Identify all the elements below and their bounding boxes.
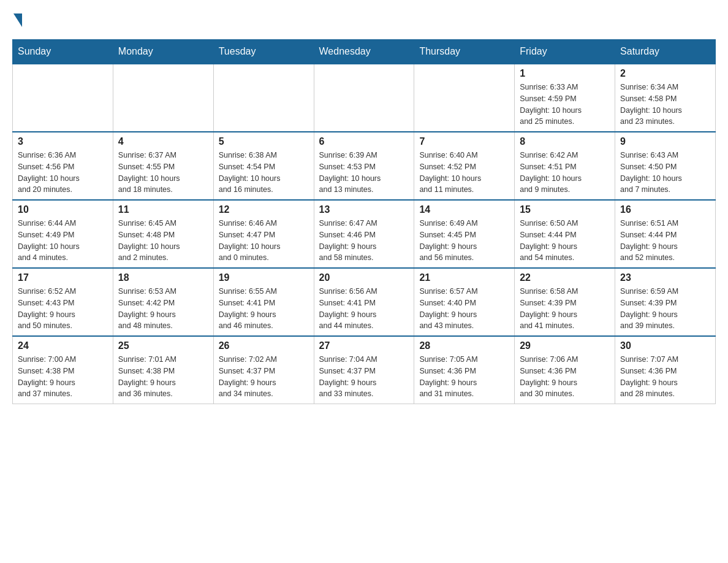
day-info: Sunrise: 6:39 AMSunset: 4:53 PMDaylight:… bbox=[319, 150, 409, 196]
day-header-monday: Monday bbox=[113, 40, 213, 64]
calendar-cell: 1Sunrise: 6:33 AMSunset: 4:59 PMDaylight… bbox=[515, 64, 615, 132]
week-row-3: 10Sunrise: 6:44 AMSunset: 4:49 PMDayligh… bbox=[13, 200, 716, 268]
day-number: 3 bbox=[18, 136, 108, 147]
calendar-cell bbox=[414, 64, 515, 132]
day-info: Sunrise: 6:52 AMSunset: 4:43 PMDaylight:… bbox=[18, 286, 108, 332]
day-info: Sunrise: 6:47 AMSunset: 4:46 PMDaylight:… bbox=[319, 218, 409, 264]
day-info: Sunrise: 7:07 AMSunset: 4:36 PMDaylight:… bbox=[620, 354, 710, 400]
day-number: 12 bbox=[219, 204, 309, 215]
calendar-cell: 19Sunrise: 6:55 AMSunset: 4:41 PMDayligh… bbox=[213, 268, 314, 336]
calendar-cell: 6Sunrise: 6:39 AMSunset: 4:53 PMDaylight… bbox=[314, 132, 414, 200]
day-info: Sunrise: 6:37 AMSunset: 4:55 PMDaylight:… bbox=[118, 150, 208, 196]
day-info: Sunrise: 7:06 AMSunset: 4:36 PMDaylight:… bbox=[520, 354, 610, 400]
calendar-cell: 3Sunrise: 6:36 AMSunset: 4:56 PMDaylight… bbox=[13, 132, 113, 200]
day-info: Sunrise: 6:38 AMSunset: 4:54 PMDaylight:… bbox=[219, 150, 309, 196]
day-number: 21 bbox=[419, 272, 509, 283]
day-info: Sunrise: 6:43 AMSunset: 4:50 PMDaylight:… bbox=[620, 150, 710, 196]
day-number: 10 bbox=[18, 204, 108, 215]
day-number: 11 bbox=[118, 204, 208, 215]
day-info: Sunrise: 6:45 AMSunset: 4:48 PMDaylight:… bbox=[118, 218, 208, 264]
day-info: Sunrise: 7:01 AMSunset: 4:38 PMDaylight:… bbox=[118, 354, 208, 400]
calendar-cell bbox=[213, 64, 314, 132]
day-number: 1 bbox=[520, 68, 610, 79]
calendar-cell: 24Sunrise: 7:00 AMSunset: 4:38 PMDayligh… bbox=[13, 336, 113, 404]
calendar-cell: 30Sunrise: 7:07 AMSunset: 4:36 PMDayligh… bbox=[615, 336, 716, 404]
day-number: 6 bbox=[319, 136, 409, 147]
day-number: 22 bbox=[520, 272, 610, 283]
calendar-table: SundayMondayTuesdayWednesdayThursdayFrid… bbox=[12, 39, 716, 404]
day-number: 25 bbox=[118, 340, 208, 351]
page-header bbox=[12, 12, 716, 27]
day-info: Sunrise: 6:33 AMSunset: 4:59 PMDaylight:… bbox=[520, 82, 610, 128]
day-number: 17 bbox=[18, 272, 108, 283]
calendar-cell: 16Sunrise: 6:51 AMSunset: 4:44 PMDayligh… bbox=[615, 200, 716, 268]
day-number: 13 bbox=[319, 204, 409, 215]
week-row-4: 17Sunrise: 6:52 AMSunset: 4:43 PMDayligh… bbox=[13, 268, 716, 336]
day-info: Sunrise: 6:40 AMSunset: 4:52 PMDaylight:… bbox=[419, 150, 509, 196]
calendar-cell: 12Sunrise: 6:46 AMSunset: 4:47 PMDayligh… bbox=[213, 200, 314, 268]
calendar-cell: 10Sunrise: 6:44 AMSunset: 4:49 PMDayligh… bbox=[13, 200, 113, 268]
week-row-5: 24Sunrise: 7:00 AMSunset: 4:38 PMDayligh… bbox=[13, 336, 716, 404]
day-info: Sunrise: 6:58 AMSunset: 4:39 PMDaylight:… bbox=[520, 286, 610, 332]
day-info: Sunrise: 6:56 AMSunset: 4:41 PMDaylight:… bbox=[319, 286, 409, 332]
day-number: 16 bbox=[620, 204, 710, 215]
calendar-cell: 29Sunrise: 7:06 AMSunset: 4:36 PMDayligh… bbox=[515, 336, 615, 404]
day-number: 27 bbox=[319, 340, 409, 351]
day-number: 14 bbox=[419, 204, 509, 215]
calendar-cell bbox=[314, 64, 414, 132]
calendar-cell: 11Sunrise: 6:45 AMSunset: 4:48 PMDayligh… bbox=[113, 200, 213, 268]
calendar-cell: 13Sunrise: 6:47 AMSunset: 4:46 PMDayligh… bbox=[314, 200, 414, 268]
day-number: 15 bbox=[520, 204, 610, 215]
day-info: Sunrise: 6:44 AMSunset: 4:49 PMDaylight:… bbox=[18, 218, 108, 264]
calendar-cell: 22Sunrise: 6:58 AMSunset: 4:39 PMDayligh… bbox=[515, 268, 615, 336]
day-info: Sunrise: 6:36 AMSunset: 4:56 PMDaylight:… bbox=[18, 150, 108, 196]
day-number: 26 bbox=[219, 340, 309, 351]
calendar-cell: 4Sunrise: 6:37 AMSunset: 4:55 PMDaylight… bbox=[113, 132, 213, 200]
day-info: Sunrise: 6:42 AMSunset: 4:51 PMDaylight:… bbox=[520, 150, 610, 196]
day-header-thursday: Thursday bbox=[414, 40, 515, 64]
day-info: Sunrise: 6:57 AMSunset: 4:40 PMDaylight:… bbox=[419, 286, 509, 332]
week-row-2: 3Sunrise: 6:36 AMSunset: 4:56 PMDaylight… bbox=[13, 132, 716, 200]
calendar-cell: 14Sunrise: 6:49 AMSunset: 4:45 PMDayligh… bbox=[414, 200, 515, 268]
day-info: Sunrise: 6:55 AMSunset: 4:41 PMDaylight:… bbox=[219, 286, 309, 332]
day-info: Sunrise: 6:50 AMSunset: 4:44 PMDaylight:… bbox=[520, 218, 610, 264]
day-number: 9 bbox=[620, 136, 710, 147]
day-number: 20 bbox=[319, 272, 409, 283]
calendar-cell: 7Sunrise: 6:40 AMSunset: 4:52 PMDaylight… bbox=[414, 132, 515, 200]
day-info: Sunrise: 6:46 AMSunset: 4:47 PMDaylight:… bbox=[219, 218, 309, 264]
day-header-saturday: Saturday bbox=[615, 40, 716, 64]
day-header-friday: Friday bbox=[515, 40, 615, 64]
logo-triangle-icon bbox=[13, 13, 22, 27]
calendar-cell: 23Sunrise: 6:59 AMSunset: 4:39 PMDayligh… bbox=[615, 268, 716, 336]
calendar-cell bbox=[113, 64, 213, 132]
calendar-cell bbox=[13, 64, 113, 132]
day-number: 18 bbox=[118, 272, 208, 283]
day-header-wednesday: Wednesday bbox=[314, 40, 414, 64]
day-info: Sunrise: 6:34 AMSunset: 4:58 PMDaylight:… bbox=[620, 82, 710, 128]
calendar-cell: 26Sunrise: 7:02 AMSunset: 4:37 PMDayligh… bbox=[213, 336, 314, 404]
calendar-cell: 27Sunrise: 7:04 AMSunset: 4:37 PMDayligh… bbox=[314, 336, 414, 404]
calendar-cell: 28Sunrise: 7:05 AMSunset: 4:36 PMDayligh… bbox=[414, 336, 515, 404]
day-header-tuesday: Tuesday bbox=[213, 40, 314, 64]
week-row-1: 1Sunrise: 6:33 AMSunset: 4:59 PMDaylight… bbox=[13, 64, 716, 132]
calendar-header-row: SundayMondayTuesdayWednesdayThursdayFrid… bbox=[13, 40, 716, 64]
calendar-cell: 15Sunrise: 6:50 AMSunset: 4:44 PMDayligh… bbox=[515, 200, 615, 268]
day-number: 5 bbox=[219, 136, 309, 147]
day-info: Sunrise: 6:51 AMSunset: 4:44 PMDaylight:… bbox=[620, 218, 710, 264]
calendar-cell: 25Sunrise: 7:01 AMSunset: 4:38 PMDayligh… bbox=[113, 336, 213, 404]
day-number: 19 bbox=[219, 272, 309, 283]
day-info: Sunrise: 6:49 AMSunset: 4:45 PMDaylight:… bbox=[419, 218, 509, 264]
day-info: Sunrise: 7:02 AMSunset: 4:37 PMDaylight:… bbox=[219, 354, 309, 400]
calendar-cell: 21Sunrise: 6:57 AMSunset: 4:40 PMDayligh… bbox=[414, 268, 515, 336]
logo bbox=[12, 12, 22, 27]
day-number: 30 bbox=[620, 340, 710, 351]
calendar-cell: 17Sunrise: 6:52 AMSunset: 4:43 PMDayligh… bbox=[13, 268, 113, 336]
day-info: Sunrise: 6:59 AMSunset: 4:39 PMDaylight:… bbox=[620, 286, 710, 332]
calendar-cell: 2Sunrise: 6:34 AMSunset: 4:58 PMDaylight… bbox=[615, 64, 716, 132]
calendar-cell: 20Sunrise: 6:56 AMSunset: 4:41 PMDayligh… bbox=[314, 268, 414, 336]
day-info: Sunrise: 7:04 AMSunset: 4:37 PMDaylight:… bbox=[319, 354, 409, 400]
day-number: 2 bbox=[620, 68, 710, 79]
day-number: 8 bbox=[520, 136, 610, 147]
day-number: 24 bbox=[18, 340, 108, 351]
day-number: 7 bbox=[419, 136, 509, 147]
